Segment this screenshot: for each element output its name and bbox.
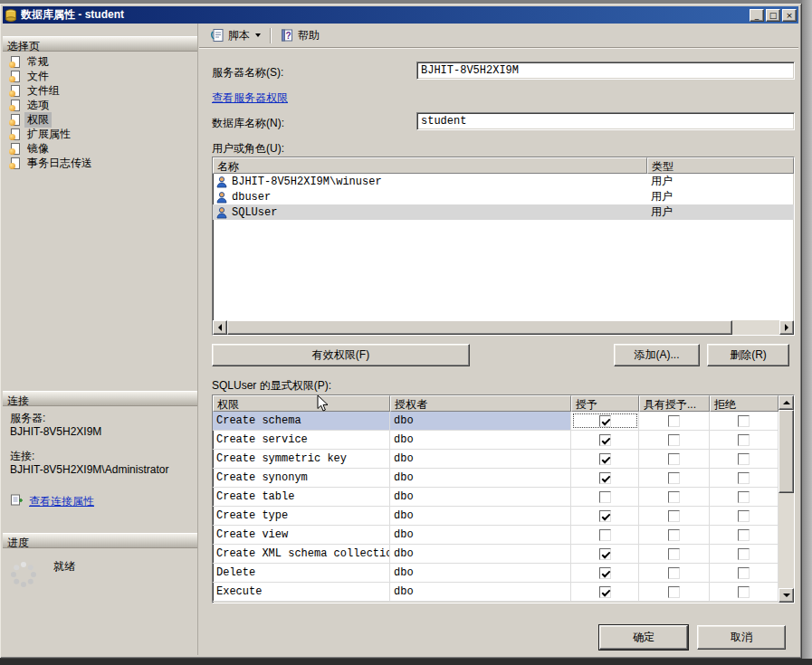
permissions-column-header[interactable]: 授予 [571, 395, 639, 412]
scroll-up-button[interactable] [779, 395, 794, 410]
with-grant-checkbox[interactable] [668, 567, 680, 579]
with-grant-checkbox[interactable] [668, 548, 680, 560]
grant-checkbox[interactable] [599, 415, 611, 427]
with-grant-checkbox[interactable] [668, 491, 680, 503]
permission-row[interactable]: Create servicedbo [213, 431, 779, 450]
deny-checkbox[interactable] [738, 491, 750, 503]
sidebar-item-label: 文件 [24, 69, 52, 84]
permission-row[interactable]: Create tabledbo [213, 488, 779, 507]
permission-row[interactable]: Create symmetric keydbo [213, 450, 779, 469]
scroll-right-button[interactable] [779, 320, 794, 335]
user-name: SQLUser [232, 206, 277, 219]
grantor-cell: dbo [390, 431, 571, 449]
with-grant-checkbox[interactable] [668, 529, 680, 541]
grant-cell [571, 564, 639, 582]
grantor-cell: dbo [390, 583, 571, 601]
server-name-input[interactable] [416, 62, 795, 80]
window-controls: _ □ × [750, 9, 797, 22]
permissions-vertical-scrollbar[interactable] [779, 395, 794, 603]
permission-row[interactable]: Deletedbo [213, 564, 779, 583]
grant-checkbox[interactable] [599, 510, 611, 522]
grant-checkbox[interactable] [599, 567, 611, 579]
user-row[interactable]: BJHIT-8V5H2XI9M\winuser用户 [213, 174, 794, 189]
permissions-vscroll-thumb[interactable] [779, 410, 794, 493]
grant-checkbox[interactable] [599, 472, 611, 484]
sidebar-item-extended-properties[interactable]: 扩展属性 [3, 127, 197, 141]
sidebar-item-permissions[interactable]: 权限 [3, 112, 197, 127]
cancel-button[interactable]: 取消 [697, 625, 786, 650]
deny-checkbox[interactable] [738, 434, 750, 446]
titlebar[interactable]: 数据库属性 - student _ □ × [3, 6, 798, 24]
deny-checkbox[interactable] [738, 548, 750, 560]
grantor-cell: dbo [390, 507, 571, 525]
grantor-cell: dbo [390, 469, 571, 487]
grantor-cell: dbo [390, 412, 571, 430]
window-title: 数据库属性 - student [21, 7, 746, 23]
deny-checkbox[interactable] [738, 567, 750, 579]
connection-header: 连接 [3, 391, 197, 406]
ok-button[interactable]: 确定 [599, 625, 688, 650]
grant-checkbox[interactable] [599, 548, 611, 560]
users-horizontal-scrollbar[interactable] [213, 320, 794, 335]
sidebar: 选择页 常规文件文件组选项权限扩展属性镜像事务日志传送 连接 服务器: BJHI… [3, 24, 198, 655]
permission-row[interactable]: Executedbo [213, 583, 779, 602]
grant-checkbox[interactable] [599, 529, 611, 541]
users-column-header[interactable]: 类型 [647, 157, 794, 174]
permissions-column-header[interactable]: 具有授予... [639, 395, 710, 412]
permission-row[interactable]: Create viewdbo [213, 526, 779, 545]
effective-permissions-button[interactable]: 有效权限(F) [212, 344, 470, 366]
deny-checkbox[interactable] [738, 415, 750, 427]
deny-checkbox[interactable] [738, 529, 750, 541]
sidebar-item-files[interactable]: 文件 [3, 69, 197, 83]
deny-checkbox[interactable] [738, 472, 750, 484]
minimize-button[interactable]: _ [750, 9, 764, 22]
deny-cell [710, 526, 779, 544]
sidebar-item-filegroups[interactable]: 文件组 [3, 83, 197, 98]
sidebar-item-general[interactable]: 常规 [3, 54, 197, 69]
permission-row[interactable]: Create typedbo [213, 507, 779, 526]
user-row[interactable]: SQLUser用户 [213, 204, 794, 220]
with-grant-checkbox[interactable] [668, 415, 680, 427]
user-row[interactable]: dbuser用户 [213, 189, 794, 204]
users-hscroll-thumb[interactable] [227, 320, 732, 335]
grant-checkbox[interactable] [599, 491, 611, 503]
select-page-section: 选择页 常规文件文件组选项权限扩展属性镜像事务日志传送 [3, 36, 197, 170]
sidebar-item-mirroring[interactable]: 镜像 [3, 141, 197, 156]
close-button[interactable]: × [782, 9, 797, 22]
connection-server-value: BJHIT-8V5H2XI9M [10, 425, 197, 439]
sidebar-item-options[interactable]: 选项 [3, 98, 197, 112]
deny-checkbox[interactable] [738, 586, 750, 598]
permission-row[interactable]: Create synonymdbo [213, 469, 779, 488]
permission-row[interactable]: Create XML schema collectiondbo [213, 545, 779, 564]
users-table: 名称类型 BJHIT-8V5H2XI9M\winuser用户dbuser用户SQ… [212, 157, 795, 336]
permissions-column-header[interactable]: 拒绝 [710, 395, 779, 412]
help-button[interactable]: ? 帮助 [274, 25, 325, 46]
view-connection-properties-link[interactable]: 查看连接属性 [29, 495, 94, 508]
remove-button[interactable]: 删除(R) [707, 344, 789, 366]
with-grant-checkbox[interactable] [668, 453, 680, 465]
sidebar-item-transaction-log-shipping[interactable]: 事务日志传送 [3, 156, 197, 170]
user-icon [215, 206, 228, 219]
script-button[interactable]: 脚本 [205, 25, 266, 46]
scroll-down-button[interactable] [779, 588, 794, 603]
deny-checkbox[interactable] [738, 453, 750, 465]
deny-checkbox[interactable] [738, 510, 750, 522]
maximize-button[interactable]: □ [766, 9, 780, 22]
with-grant-checkbox[interactable] [668, 510, 680, 522]
permission-row[interactable]: Create schemadbo [213, 412, 779, 431]
users-column-header[interactable]: 名称 [213, 157, 647, 174]
grant-checkbox[interactable] [599, 586, 611, 598]
deny-cell [710, 412, 779, 430]
with-grant-checkbox[interactable] [668, 434, 680, 446]
database-name-input[interactable] [416, 112, 795, 130]
view-server-permissions-link[interactable]: 查看服务器权限 [212, 90, 288, 106]
main-panel: 脚本 ? 帮助 服务器名称(S): 查看服务器权限 数据库名称(N): 用户或角… [199, 24, 798, 655]
add-button[interactable]: 添加(A)... [614, 344, 700, 366]
with-grant-checkbox[interactable] [668, 472, 680, 484]
grant-checkbox[interactable] [599, 453, 611, 465]
grant-checkbox[interactable] [599, 434, 611, 446]
scroll-left-button[interactable] [213, 320, 227, 335]
permissions-column-header[interactable]: 授权者 [390, 395, 571, 412]
with-grant-checkbox[interactable] [668, 586, 680, 598]
permissions-column-header[interactable]: 权限 [213, 395, 390, 412]
